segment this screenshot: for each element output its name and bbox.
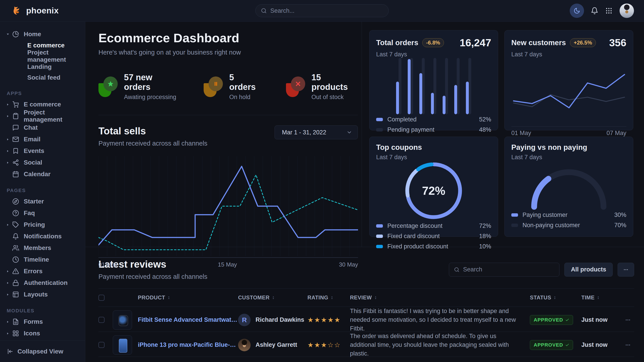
sidebar-item-layouts[interactable]: Layouts xyxy=(0,289,85,300)
caret-right-icon xyxy=(6,281,11,285)
x-tick: 01 May xyxy=(98,261,118,268)
order-bar xyxy=(419,58,425,114)
customer-name: Richard Dawkins xyxy=(256,316,304,323)
global-search-input[interactable] xyxy=(270,7,383,14)
review-text: This Fitbit is fantastic! I was trying t… xyxy=(350,307,530,333)
reviews-search[interactable] xyxy=(449,263,560,277)
stat-item: 15 products Out of stock xyxy=(286,73,358,101)
caret-right-icon xyxy=(6,320,11,324)
sidebar-subitem-social-feed[interactable]: Social feed xyxy=(0,72,85,83)
sidebar-item-forms[interactable]: Forms xyxy=(0,316,85,328)
customer-name: Ashley Garrett xyxy=(256,342,297,348)
sidebar-subitem-project-management[interactable]: Project management xyxy=(0,51,85,61)
column-header-customer[interactable]: CUSTOMER xyxy=(238,295,308,301)
sidebar-item-members[interactable]: Members xyxy=(0,242,85,254)
legend-swatch xyxy=(376,235,383,238)
theme-toggle-button[interactable] xyxy=(570,3,584,18)
total-sells-x-axis: 01 May 15 May 30 May xyxy=(98,261,358,270)
divider xyxy=(98,115,358,115)
brand[interactable]: phoenix xyxy=(12,5,59,16)
sidebar-item-events[interactable]: Events xyxy=(0,145,85,157)
sidebar-item-pricing[interactable]: Pricing xyxy=(0,219,85,231)
paying-legend: Paying customer 30% Non-paying customer … xyxy=(511,210,626,230)
column-header-status[interactable]: STATUS xyxy=(530,295,581,301)
caret-right-icon xyxy=(6,103,11,106)
sidebar-item-label: Home xyxy=(24,31,41,38)
sidebar-item-email[interactable]: Email xyxy=(0,133,85,145)
stat-item: 5 orders On hold xyxy=(204,73,261,101)
sidebar-item-icons[interactable]: Icons xyxy=(0,328,85,339)
stats-row: 57 new orders Awating processing 5 order… xyxy=(98,73,358,101)
card-title: Paying vs non paying xyxy=(511,143,587,152)
caret-right-icon xyxy=(6,293,11,296)
row-more-button[interactable] xyxy=(622,317,634,323)
sidebar-item-starter[interactable]: Starter xyxy=(0,196,85,207)
column-header-time[interactable]: TIME xyxy=(581,295,622,301)
reviews-controls: All products xyxy=(449,263,634,277)
review-text: The order was delivered ahead of schedul… xyxy=(350,332,530,358)
column-header-product[interactable]: PRODUCT xyxy=(113,295,238,301)
row-checkbox[interactable] xyxy=(98,342,104,348)
all-products-button[interactable]: All products xyxy=(564,263,613,277)
caret-right-icon xyxy=(6,149,11,153)
apps-grid-button[interactable] xyxy=(605,7,613,14)
caret-right-icon xyxy=(6,161,11,164)
stat-icon xyxy=(204,76,223,97)
product-link[interactable]: iPhone 13 pro max-Pacific Blue-128GB sto… xyxy=(138,341,238,349)
collapse-arrow-icon xyxy=(7,348,14,355)
more-options-button[interactable] xyxy=(618,263,634,277)
orders-legend: Completed 52% Pending payment 48% xyxy=(376,114,491,135)
new-customers-card: New customers +26.5% 356 Last 7 days 01 … xyxy=(504,30,633,130)
sort-icon xyxy=(553,296,557,300)
card-title: Total orders xyxy=(376,38,418,47)
legend-row: Completed 52% xyxy=(376,114,491,125)
coupons-legend: Percentage discount 72% Fixed card disco… xyxy=(376,221,491,252)
chat-icon xyxy=(12,124,20,131)
sidebar-item-calendar[interactable]: Calendar xyxy=(0,168,85,180)
select-all-checkbox[interactable] xyxy=(98,295,104,301)
sort-icon xyxy=(167,296,171,300)
caret-right-icon xyxy=(6,223,11,227)
sidebar-sections: APPS E commerce Project management Chat … xyxy=(0,83,85,341)
rating-stars: ★★★☆☆ xyxy=(308,341,350,349)
legend-row: Non-paying customer 70% xyxy=(511,220,626,230)
date-range-select[interactable]: Mar 1 - 31, 2022 xyxy=(274,125,358,139)
lock-icon xyxy=(12,280,20,286)
sidebar-item-project-management[interactable]: Project management xyxy=(0,110,85,122)
legend-row: Pending payment 48% xyxy=(376,125,491,135)
notifications-button[interactable] xyxy=(591,7,598,14)
sidebar-item-e-commerce[interactable]: E commerce xyxy=(0,99,85,110)
page-title: Ecommerce Dashboard xyxy=(98,31,358,45)
tag-icon xyxy=(12,221,20,228)
reviews-search-input[interactable] xyxy=(463,266,554,273)
rating-stars: ★★★★★ xyxy=(308,316,350,324)
sidebar-item-home[interactable]: Home xyxy=(0,28,85,40)
stat-icon xyxy=(98,76,118,97)
global-search[interactable] xyxy=(255,4,389,17)
sidebar-item-chat[interactable]: Chat xyxy=(0,122,85,133)
date-range-value: Mar 1 - 31, 2022 xyxy=(282,129,326,136)
sidebar-item-notifications[interactable]: Notifications xyxy=(0,231,85,242)
review-time: Just now xyxy=(581,316,622,323)
moon-icon xyxy=(574,7,580,14)
clock-icon xyxy=(12,256,20,263)
user-avatar[interactable] xyxy=(620,3,634,18)
sidebar-item-social[interactable]: Social xyxy=(0,157,85,168)
legend-swatch xyxy=(376,224,383,228)
legend-row: Fixed card discount 18% xyxy=(376,231,491,241)
column-header-review[interactable]: REVIEW xyxy=(350,295,530,301)
review-row: iPhone 13 pro max-Pacific Blue-128GB sto… xyxy=(98,332,634,357)
sidebar-item-errors[interactable]: Errors xyxy=(0,265,85,277)
column-header-rating[interactable]: RATING xyxy=(308,295,350,301)
collapsed-view-toggle[interactable]: Collapsed View xyxy=(0,341,85,362)
row-checkbox[interactable] xyxy=(98,317,104,323)
sidebar-item-faq[interactable]: Faq xyxy=(0,207,85,219)
product-thumbnail xyxy=(113,335,132,355)
x-tick: 07 May xyxy=(606,130,626,137)
product-link[interactable]: Fitbit Sense Advanced Smartwatch with To… xyxy=(138,316,238,324)
sidebar-item-timeline[interactable]: Timeline xyxy=(0,254,85,265)
sort-icon xyxy=(272,296,275,300)
sidebar-item-authentication[interactable]: Authentication xyxy=(0,277,85,289)
donut-center-value: 72% xyxy=(422,184,445,197)
row-more-button[interactable] xyxy=(622,342,634,348)
